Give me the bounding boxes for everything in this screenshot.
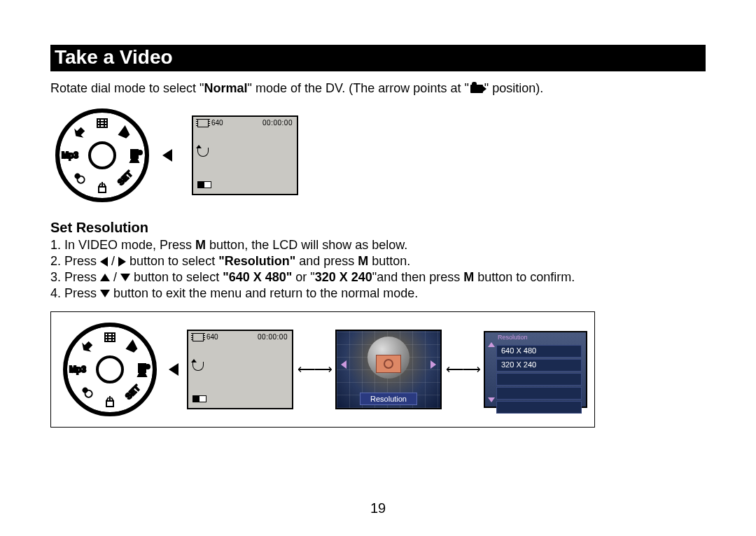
step-4: 4. Press button to exit the menu and ret…: [50, 285, 706, 302]
text: 1. In VIDEO mode, Press: [50, 238, 195, 252]
text: "and then press: [372, 270, 463, 284]
text-bold: Normal: [204, 81, 248, 95]
list-item: [496, 373, 582, 386]
menu-label: Resolution: [360, 393, 417, 405]
text: button to select: [126, 254, 218, 268]
lcd-res-indicator: 640: [197, 119, 223, 127]
figure-row-1: SET Mp3 640 00:00:00: [50, 104, 706, 207]
lcd-res-text: 640: [206, 333, 218, 341]
mode-dial-illustration: SET Mp3: [50, 104, 154, 207]
lcd-res-indicator: 640: [192, 333, 218, 341]
page-number: 19: [0, 500, 756, 516]
intro-text: Rotate dial mode to select "Normal" mode…: [50, 81, 706, 97]
lcd-res-text: 640: [211, 119, 223, 127]
menu-screen-resolution: Resolution: [335, 330, 442, 409]
text: button to exit the menu and return to th…: [113, 286, 418, 300]
double-arrow-icon: ⟵⟶: [298, 362, 331, 377]
svg-point-9: [138, 150, 142, 155]
lcd-bw-icon: [192, 395, 206, 404]
up-triangle-icon: [100, 274, 110, 281]
text: or ": [292, 270, 314, 284]
pointer-left-icon: [169, 363, 178, 376]
menu-nav-right-icon: [430, 360, 436, 369]
text: button, the LCD will show as below.: [206, 238, 407, 252]
figure-row-2: SET Mp3 640 00:00:00 ⟵⟶: [50, 311, 595, 428]
svg-text:Mp3: Mp3: [69, 365, 86, 374]
svg-point-20: [97, 357, 122, 382]
text: button to confirm.: [474, 270, 575, 284]
text: Rotate dial mode to select ": [50, 81, 204, 95]
pointer-left-icon: [162, 149, 172, 162]
list-up-icon: [488, 342, 495, 347]
video-camera-icon: [470, 85, 483, 93]
lcd-time: 00:00:00: [262, 119, 293, 127]
down-triangle-icon: [100, 290, 110, 297]
text: 2. Press: [50, 254, 100, 268]
svg-text:Mp3: Mp3: [62, 150, 78, 160]
step-1: 1. In VIDEO mode, Press M button, the LC…: [50, 237, 706, 253]
text-bold: "640 X 480": [223, 270, 292, 284]
film-icon: [192, 333, 204, 341]
text: 3. Press: [50, 270, 100, 284]
text-bold: M: [358, 254, 368, 268]
subheading: Set Resolution: [50, 220, 706, 236]
double-arrow-icon: ⟵⟶: [446, 362, 479, 377]
text: button to select: [130, 270, 223, 284]
list-item: 640 X 480: [496, 345, 582, 358]
step-3: 3. Press / button to select "640 X 480" …: [50, 269, 706, 285]
lcd-time: 00:00:00: [258, 333, 288, 341]
text: button.: [368, 254, 410, 268]
svg-point-27: [146, 365, 150, 369]
text-bold: M: [463, 270, 474, 284]
text-bold: 320 X 240: [315, 270, 372, 284]
lcd-preview: 640 00:00:00: [192, 115, 298, 195]
svg-rect-26: [139, 364, 146, 372]
list-item: [496, 401, 582, 414]
text-bold: M: [195, 238, 206, 252]
text: 4. Press: [50, 286, 100, 300]
left-triangle-icon: [100, 257, 108, 267]
menu-camera-icon: [376, 355, 401, 373]
lcd-loop-icon: [192, 362, 204, 372]
mode-dial-illustration: SET Mp3: [58, 318, 162, 421]
list-header: Resolution: [498, 334, 528, 341]
down-triangle-icon: [120, 274, 130, 281]
lcd-bw-icon: [197, 181, 211, 190]
film-icon: [197, 119, 209, 127]
right-triangle-icon: [118, 257, 126, 267]
list-item: [496, 387, 582, 400]
svg-rect-8: [131, 150, 138, 158]
section-title: Take a Video: [50, 45, 706, 71]
text: " mode of the DV. (The arrow points at ": [248, 81, 469, 95]
svg-point-2: [90, 143, 115, 168]
text: and press: [295, 254, 358, 268]
resolution-list-screen: Resolution 640 X 480 320 X 240: [484, 331, 587, 408]
list-item: 320 X 240: [496, 359, 582, 372]
text: " position).: [484, 81, 543, 95]
list-down-icon: [488, 397, 495, 402]
lcd-loop-icon: [197, 148, 209, 158]
steps-list: 1. In VIDEO mode, Press M button, the LC…: [50, 237, 706, 302]
lcd-preview: 640 00:00:00: [187, 330, 293, 409]
menu-nav-left-icon: [341, 360, 346, 369]
step-2: 2. Press / button to select "Resolution"…: [50, 253, 706, 269]
text-bold: "Resolution": [218, 254, 295, 268]
